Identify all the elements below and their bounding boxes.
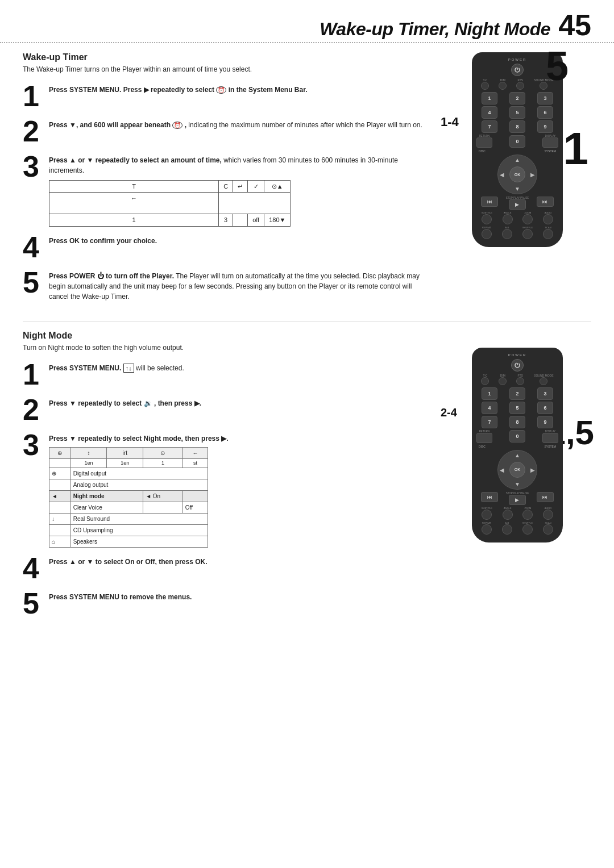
ff-button-2[interactable]: ⏭ — [537, 492, 554, 502]
num2-btn-6[interactable]: 6 — [537, 402, 553, 414]
table-row-1: ← — [49, 193, 219, 214]
num2-btn-4[interactable]: 4 — [482, 402, 497, 414]
range-1-4: 1-4 — [441, 115, 459, 130]
night-table: ⊕ ↕ irt ⊙ ← 1en 1en 1 st — [49, 447, 208, 548]
scan-group-2: SCAN — [543, 521, 553, 535]
audio-button[interactable] — [543, 214, 553, 224]
ok-button[interactable]: OK — [509, 166, 525, 182]
nav-left-arrow-2[interactable]: ◀ — [500, 466, 504, 473]
table-header-enter: ↵ — [233, 180, 248, 193]
zoom-group: ZOOM — [522, 211, 533, 224]
nav-up-arrow[interactable]: ▲ — [515, 157, 520, 163]
step-content-2: Press ▼, and 600 will appear beneath ⏰ ,… — [49, 116, 432, 130]
nav-up-arrow-2[interactable]: ▲ — [515, 452, 520, 458]
num2-btn-3[interactable]: 3 — [537, 387, 553, 400]
play-group: STOP PLAY PAUSE ▶ — [504, 197, 531, 210]
rewind-button-2[interactable]: ⏮ — [481, 492, 498, 502]
nav-left-arrow[interactable]: ◀ — [500, 172, 504, 178]
scan-button-2[interactable] — [543, 524, 553, 535]
tc-button[interactable] — [481, 82, 489, 90]
night-step-content-4: Press ▲ or ▼ to select On or Off, then p… — [49, 553, 432, 567]
col-extra: ← — [182, 447, 208, 458]
play-button[interactable]: ▶ — [509, 199, 526, 210]
step-num-5: 5 — [23, 268, 43, 297]
rewind-button[interactable]: ⏮ — [481, 197, 498, 207]
ab-button-2[interactable] — [502, 524, 512, 535]
num2-btn-0[interactable]: 0 — [509, 430, 525, 443]
num-btn-7[interactable]: 7 — [482, 120, 497, 133]
zoom-button-2[interactable] — [522, 510, 533, 520]
num2-btn-9[interactable]: 9 — [537, 416, 553, 428]
night-table-subheader: 1en 1en 1 st — [49, 458, 208, 468]
power-button-2[interactable] — [511, 359, 524, 372]
table-header-check: ✓ — [248, 180, 264, 193]
repeat1-group: REPEAT — [482, 226, 492, 239]
num2-btn-7[interactable]: 7 — [482, 416, 497, 428]
num-btn-3[interactable]: 3 — [537, 92, 553, 105]
fts-group: FTS — [516, 78, 524, 90]
soundmode-button-2[interactable] — [540, 377, 547, 385]
fts-button-2[interactable] — [516, 377, 524, 385]
remote-2: POWER T-C DIM — [472, 348, 563, 542]
display-button-2[interactable] — [542, 433, 558, 443]
num-btn-2[interactable]: 2 — [509, 92, 525, 105]
ff-button[interactable]: ⏭ — [537, 197, 554, 207]
wakeup-table: T C ↵ ✓ ⊙▲ ← — [49, 180, 291, 227]
num-btn-8[interactable]: 8 — [509, 120, 525, 133]
power-button[interactable] — [511, 64, 524, 76]
repeat1-button-2[interactable] — [482, 524, 492, 535]
ok-button-2[interactable]: OK — [509, 462, 525, 478]
num-btn-0[interactable]: 0 — [509, 135, 525, 148]
nav-down-arrow[interactable]: ▼ — [515, 186, 520, 192]
dim-button-2[interactable] — [499, 377, 507, 385]
repeat1-button[interactable] — [482, 229, 492, 239]
play-button-2[interactable]: ▶ — [509, 495, 526, 505]
night-left: Night Mode Turn on Night mode to soften … — [23, 331, 432, 624]
nav-right-arrow[interactable]: ▶ — [530, 172, 535, 178]
col-setting: ⊙ — [143, 447, 183, 458]
subtitle-button[interactable] — [482, 214, 492, 224]
dim-button[interactable] — [499, 82, 507, 90]
ab-button[interactable] — [502, 229, 512, 239]
shuffle-button[interactable] — [522, 229, 533, 239]
wakeup-step-1: 1 Press SYSTEM MENU. Press ▶ repeatedly … — [23, 81, 432, 111]
night-step-content-1: Press SYSTEM MENU. ↑↓ will be selected. — [49, 360, 432, 373]
dim-group-2: DIM — [499, 374, 507, 386]
nav-down-arrow-2[interactable]: ▼ — [515, 481, 520, 487]
num2-btn-1[interactable]: 1 — [482, 387, 497, 400]
return-button[interactable] — [476, 137, 492, 148]
num-btn-5[interactable]: 5 — [509, 106, 525, 119]
num2-btn-8[interactable]: 8 — [509, 416, 525, 428]
step-content-1: Press SYSTEM MENU. Press ▶ repeatedly to… — [49, 81, 432, 95]
fts-button[interactable] — [516, 82, 524, 90]
subtitle-button-2[interactable] — [482, 510, 492, 520]
angle-button[interactable] — [503, 214, 513, 224]
num-btn-6[interactable]: 6 — [537, 106, 553, 119]
disc-system-row: DISC SYSTEM — [476, 149, 558, 153]
wakeup-step-5: 5 Press POWER ⏻ to turn off the Player. … — [23, 268, 432, 302]
repeat-row-2: REPEAT A-B SHUFFLE SCAN — [476, 521, 558, 535]
num2-btn-5[interactable]: 5 — [509, 402, 525, 414]
table-header-c: C — [219, 180, 233, 193]
scan-button[interactable] — [543, 229, 553, 239]
shuffle-group-2: SHUFFLE — [522, 521, 533, 535]
wakeup-remote-col: 5 1-4 1 POWER — [443, 52, 591, 307]
num-btn-1[interactable]: 1 — [482, 92, 497, 105]
audio-button-2[interactable] — [543, 510, 553, 520]
num-btn-4[interactable]: 4 — [482, 106, 497, 119]
return-button-2[interactable] — [476, 433, 492, 443]
night-step-num-1: 1 — [23, 360, 43, 389]
zoom-group-2: ZOOM — [522, 507, 533, 520]
dim-group: DIM — [499, 78, 507, 90]
shuffle-button-2[interactable] — [522, 524, 533, 535]
num-btn-9[interactable]: 9 — [537, 120, 553, 133]
tc-button-2[interactable] — [481, 377, 489, 385]
angle-button-2[interactable] — [503, 510, 513, 520]
zoom-button[interactable] — [522, 214, 533, 224]
disc-label: DISC — [479, 149, 486, 153]
display-button[interactable] — [542, 137, 558, 148]
rewind-group: ⏮ — [476, 197, 503, 210]
nav-right-arrow-2[interactable]: ▶ — [530, 466, 535, 473]
ab-group-2: A-B — [502, 521, 512, 535]
num2-btn-2[interactable]: 2 — [509, 387, 525, 400]
